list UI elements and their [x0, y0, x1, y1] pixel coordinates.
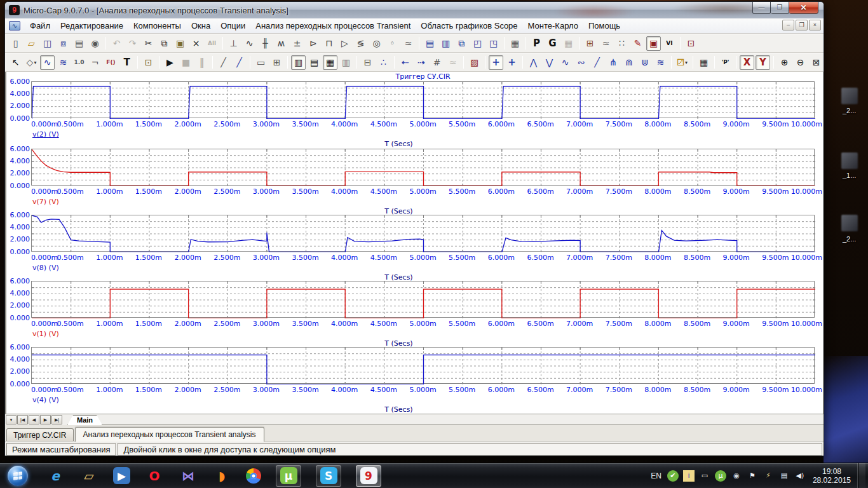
- global-low-icon[interactable]: ⋓: [637, 55, 652, 70]
- microcap-taskbar-icon-slot[interactable]: 9: [356, 465, 381, 487]
- properties-icon[interactable]: ⊡: [141, 55, 156, 70]
- slope-icon[interactable]: ╱: [590, 55, 604, 70]
- display-tray-icon[interactable]: ▭: [699, 470, 710, 482]
- inductor-icon[interactable]: ʍ: [274, 36, 288, 51]
- close-button[interactable]: ✕: [789, 2, 818, 14]
- media-player-icon[interactable]: ▶: [113, 467, 130, 484]
- utorrent-tray-icon[interactable]: µ: [715, 470, 726, 482]
- ground-icon[interactable]: ⊥: [226, 36, 241, 51]
- menu-item-1[interactable]: Файл: [25, 20, 55, 32]
- cascade-icon[interactable]: ⧉: [454, 36, 469, 51]
- low-icon[interactable]: ∾: [574, 55, 588, 70]
- high-icon[interactable]: ∿: [558, 55, 573, 70]
- peak-icon[interactable]: ⋀: [526, 55, 541, 70]
- show-desktop-button[interactable]: [858, 463, 865, 488]
- signal-label-v(7)[interactable]: v(7) (V): [32, 198, 59, 206]
- desktop-shortcut-icon[interactable]: [841, 88, 858, 104]
- g-symbol-button[interactable]: G: [545, 36, 560, 51]
- pause-icon[interactable]: ‖: [194, 55, 209, 70]
- envelope-icon[interactable]: ≋: [653, 55, 668, 70]
- flag-tray-icon[interactable]: ⚑: [747, 470, 758, 482]
- file-tab-2[interactable]: Анализ переходных процессов Transient an…: [75, 427, 264, 442]
- voltmeter-icon[interactable]: ◎: [369, 36, 384, 51]
- microcap-taskbar-icon[interactable]: 9: [360, 467, 377, 484]
- plot-5-frame[interactable]: [31, 347, 815, 384]
- battery-icon[interactable]: ±: [290, 36, 304, 51]
- minimize-button[interactable]: —: [752, 2, 771, 14]
- menu-item-6[interactable]: Анализ переходных процессов Transient: [250, 20, 416, 32]
- node-probe-icon[interactable]: ≈: [401, 36, 416, 51]
- next-page-button[interactable]: ▶: [40, 415, 51, 424]
- titlebar[interactable]: 9 Micro-Cap 9.0.7.0 - [Анализ переходных…: [5, 2, 824, 18]
- mdi-minimize-button[interactable]: –: [782, 20, 794, 30]
- run-icon[interactable]: ▶: [163, 55, 177, 70]
- spreadsheet-icon[interactable]: ▦: [561, 36, 576, 51]
- zoom-in-icon[interactable]: ⊕: [777, 55, 792, 70]
- polyline-tool-icon[interactable]: ╱: [232, 55, 247, 70]
- dotted-grid-icon[interactable]: ▥: [339, 55, 353, 70]
- ammeter-icon[interactable]: ◦: [385, 36, 400, 51]
- diode-icon[interactable]: ⊳: [306, 36, 320, 51]
- fine-grid-icon[interactable]: ▦: [323, 55, 337, 70]
- mdi-document-icon[interactable]: ∿: [9, 21, 20, 30]
- utorrent-icon-slot[interactable]: µ: [276, 465, 301, 487]
- clock[interactable]: 19:08 28.02.2015: [813, 467, 851, 485]
- page-list-button[interactable]: ▾: [6, 415, 17, 424]
- resistor-icon[interactable]: ≶: [353, 36, 368, 51]
- signal-label-v(4)[interactable]: v(4) (V): [32, 396, 59, 404]
- text-mode-icon[interactable]: T: [119, 55, 134, 70]
- zoom-region-icon[interactable]: ⊠: [809, 55, 824, 70]
- step-source-icon[interactable]: ¬: [88, 55, 102, 70]
- signal-label-v(8)[interactable]: v(8) (V): [32, 264, 59, 272]
- first-page-button[interactable]: |◀: [17, 415, 28, 424]
- tile-vertical-icon[interactable]: ▥: [438, 36, 453, 51]
- paste-icon[interactable]: ▣: [173, 36, 187, 51]
- plot-3-frame[interactable]: [31, 215, 815, 252]
- digital-stimulus-icon[interactable]: 1.0: [72, 55, 86, 70]
- select-region-icon[interactable]: ▭: [254, 55, 268, 70]
- graphics-mode-icon[interactable]: ∿: [40, 55, 55, 70]
- periodic-steady-state-button[interactable]: 'P': [718, 55, 733, 70]
- capacitor-icon[interactable]: ╫: [258, 36, 273, 51]
- last-page-button[interactable]: ▶|: [51, 415, 62, 424]
- kmplayer-icon[interactable]: ⋈: [179, 466, 198, 485]
- delete-icon[interactable]: ×: [189, 36, 203, 51]
- shape-editor-icon[interactable]: ≈: [599, 36, 613, 51]
- print-preview-icon[interactable]: ◉: [88, 36, 102, 51]
- menu-item-9[interactable]: Помощь: [583, 20, 625, 32]
- plot-4-frame[interactable]: [31, 281, 815, 318]
- plot-area[interactable]: Триггер СУ.CIR6.0004.0002.0000.0000.000m…: [5, 72, 824, 414]
- undo-icon[interactable]: ↶: [109, 36, 124, 51]
- analog-source-icon[interactable]: ≋: [56, 55, 71, 70]
- zoom-out-icon[interactable]: ⊖: [793, 55, 808, 70]
- plot-2-frame[interactable]: [31, 149, 815, 186]
- start-button[interactable]: [5, 463, 31, 488]
- antivirus-tray-icon[interactable]: ✔: [667, 470, 679, 482]
- new-window-icon[interactable]: ◳: [486, 36, 501, 51]
- menu-item-3[interactable]: Компоненты: [128, 20, 186, 32]
- numeric-output-icon[interactable]: ▦: [696, 55, 711, 70]
- windows-explorer-icon[interactable]: ▱: [79, 466, 98, 485]
- overlap-windows-icon[interactable]: ◰: [470, 36, 485, 51]
- save-all-icon[interactable]: ⧈: [56, 36, 71, 51]
- tile-horizontal-icon[interactable]: ▤: [423, 36, 437, 51]
- language-indicator[interactable]: EN: [651, 471, 661, 480]
- menu-item-8[interactable]: Монте-Карло: [523, 20, 583, 32]
- global-high-icon[interactable]: ⋒: [621, 55, 636, 70]
- fx-source-icon[interactable]: F(): [104, 55, 118, 70]
- valley-icon[interactable]: ⋁: [542, 55, 557, 70]
- copy-icon[interactable]: ⧉: [157, 36, 172, 51]
- vi-probe-icon[interactable]: VI: [662, 36, 677, 51]
- page-tab-main[interactable]: Main: [67, 415, 102, 425]
- speaker-tray-icon[interactable]: ◀): [794, 470, 806, 482]
- sine-source-icon[interactable]: ∿: [242, 36, 257, 51]
- utorrent-icon[interactable]: µ: [280, 467, 297, 484]
- cut-icon[interactable]: ✂: [141, 36, 156, 51]
- file-tab-1[interactable]: Триггер СУ.CIR: [6, 428, 74, 441]
- calculator-icon[interactable]: ▦: [508, 36, 522, 51]
- scope-properties-icon[interactable]: ▨: [467, 55, 482, 70]
- menu-item-4[interactable]: Окна: [186, 20, 215, 32]
- tag-waveform-icon[interactable]: ≈: [445, 55, 460, 70]
- package-editor-icon[interactable]: ∷: [614, 36, 629, 51]
- open-folder-icon[interactable]: ▱: [24, 36, 39, 51]
